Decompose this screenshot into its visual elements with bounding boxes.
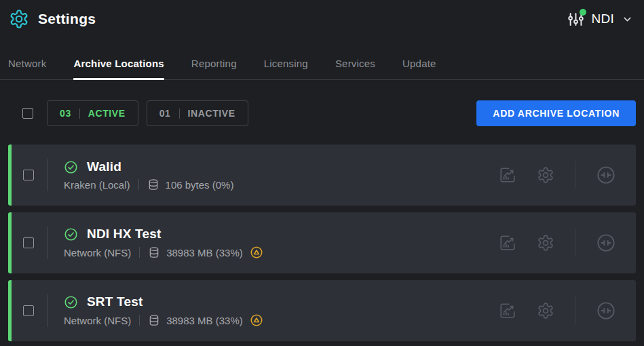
archive-type: Network (NFS)	[64, 315, 131, 326]
check-circle-icon	[64, 227, 78, 242]
archive-usage: 38983 MB (33%)	[166, 247, 243, 258]
badge-divider	[79, 109, 80, 119]
archive-name: SRT Test	[87, 294, 143, 309]
archive-type: Kraken (Local)	[64, 179, 130, 191]
archive-usage: 38983 MB (33%)	[166, 315, 243, 326]
tab-services[interactable]: Services	[335, 58, 375, 79]
inactive-label: INACTIVE	[188, 108, 235, 119]
active-count: 03	[60, 108, 71, 119]
database-icon	[148, 314, 160, 326]
archive-info: SRT Test Network (NFS) 38983 MB (33%)	[64, 294, 263, 327]
inactive-count-badge[interactable]: 01 INACTIVE	[147, 100, 248, 126]
divider	[138, 179, 139, 190]
active-label: ACTIVE	[88, 108, 126, 119]
row-actions	[499, 161, 616, 189]
inactive-count: 01	[159, 108, 171, 119]
chevron-down-icon	[622, 14, 633, 25]
tab-reporting[interactable]: Reporting	[191, 58, 237, 79]
server-selector[interactable]: NDI	[567, 10, 633, 28]
archive-info: NDI HX Test Network (NFS) 38983 MB (33%)	[64, 227, 263, 259]
settings-tabs: Network Archive Locations Reporting Lice…	[0, 38, 644, 80]
add-archive-location-button[interactable]: ADD ARCHIVE LOCATION	[476, 100, 636, 126]
divider	[139, 247, 140, 258]
green-status-dot	[580, 9, 586, 16]
unmount-icon[interactable]	[596, 233, 616, 253]
archive-card-walid: Walid Kraken (Local) 106 bytes (0%)	[8, 145, 636, 206]
badge-divider	[179, 109, 180, 119]
divider	[575, 229, 575, 257]
archive-info: Walid Kraken (Local) 106 bytes (0%)	[64, 159, 233, 191]
archive-usage: 106 bytes (0%)	[166, 179, 234, 191]
header: Settings NDI	[0, 0, 644, 38]
unmount-icon[interactable]	[596, 165, 616, 185]
check-circle-icon	[64, 160, 78, 174]
tab-network[interactable]: Network	[8, 58, 46, 79]
row-actions	[499, 229, 616, 257]
archive-name: NDI HX Test	[87, 227, 162, 242]
database-icon	[148, 246, 160, 258]
database-icon	[147, 178, 159, 191]
divider	[139, 315, 140, 326]
tab-archive-locations[interactable]: Archive Locations	[73, 58, 164, 79]
sliders-icon	[567, 10, 585, 28]
page-title: Settings	[38, 11, 96, 27]
unmount-icon[interactable]	[596, 301, 616, 321]
archive-list: Walid Kraken (Local) 106 bytes (0%)	[8, 145, 636, 341]
warning-circle-icon	[250, 313, 263, 327]
settings-gear-icon	[9, 9, 29, 29]
select-all-checkbox[interactable]	[22, 108, 33, 119]
divider	[575, 296, 575, 325]
check-circle-icon	[64, 295, 78, 309]
chart-icon[interactable]	[499, 234, 516, 252]
divider	[47, 159, 48, 191]
gear-icon[interactable]	[537, 234, 554, 252]
archive-type: Network (NFS)	[64, 247, 131, 258]
gear-icon[interactable]	[537, 302, 554, 320]
server-name-label: NDI	[591, 12, 614, 26]
chart-icon[interactable]	[499, 302, 516, 320]
row-actions	[499, 296, 616, 325]
divider	[575, 161, 575, 189]
settings-page: Settings NDI Network Archive Locations R…	[0, 0, 644, 346]
tab-licensing[interactable]: Licensing	[264, 58, 308, 79]
row-checkbox[interactable]	[23, 237, 34, 248]
divider	[47, 227, 48, 259]
tab-update[interactable]: Update	[402, 58, 436, 79]
row-checkbox[interactable]	[23, 305, 34, 316]
divider	[47, 294, 48, 327]
active-count-badge[interactable]: 03 ACTIVE	[47, 100, 138, 126]
archive-card-ndi-hx-test: NDI HX Test Network (NFS) 38983 MB (33%)	[8, 212, 636, 273]
archive-card-srt-test: SRT Test Network (NFS) 38983 MB (33%)	[8, 280, 636, 341]
toolbar: 03 ACTIVE 01 INACTIVE ADD ARCHIVE LOCATI…	[8, 100, 636, 126]
archive-name: Walid	[87, 159, 121, 174]
gear-icon[interactable]	[537, 166, 554, 184]
chart-icon[interactable]	[499, 166, 516, 184]
warning-circle-icon	[250, 246, 263, 259]
row-checkbox[interactable]	[23, 170, 34, 180]
